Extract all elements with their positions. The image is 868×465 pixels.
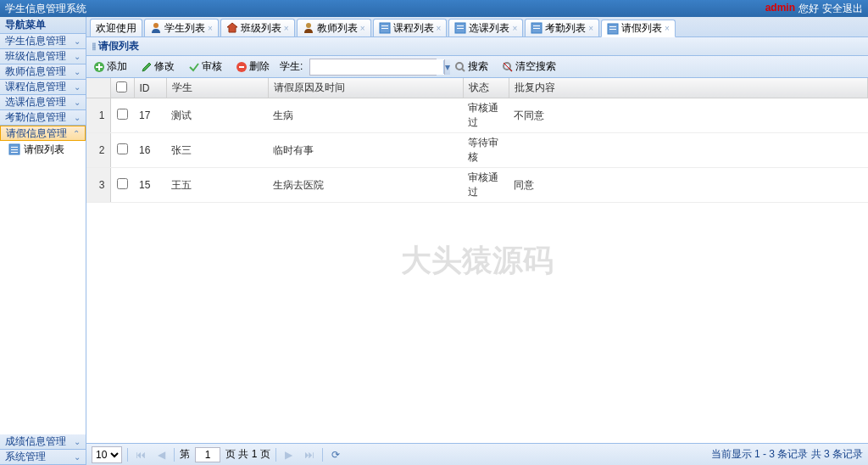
sidebar-item-grades[interactable]: 成绩信息管理⌄ bbox=[0, 434, 86, 450]
svg-rect-13 bbox=[533, 25, 540, 26]
sidebar-item-leave[interactable]: 请假信息管理⌃ bbox=[0, 126, 86, 141]
watermark: 大头猿源码 bbox=[401, 240, 554, 282]
svg-rect-2 bbox=[11, 149, 18, 150]
search-icon bbox=[454, 61, 466, 73]
svg-point-4 bbox=[153, 23, 159, 28]
prev-page-button[interactable]: ◀ bbox=[153, 447, 169, 462]
svg-rect-16 bbox=[609, 26, 616, 27]
column-header-id[interactable]: ID bbox=[134, 78, 166, 98]
list-icon bbox=[454, 22, 466, 34]
column-header-reason[interactable]: 请假原因及时间 bbox=[268, 78, 463, 98]
first-page-button[interactable]: ⏮ bbox=[133, 447, 148, 462]
list-icon bbox=[8, 143, 20, 155]
tabs: 欢迎使用 学生列表× 班级列表× 教师列表× 课程列表× 选课列表× 考勤列表×… bbox=[86, 17, 868, 37]
column-header-status[interactable]: 状态 bbox=[463, 78, 509, 98]
sidebar-item-class[interactable]: 班级信息管理⌄ bbox=[0, 49, 86, 64]
greeting: 您好 bbox=[798, 2, 819, 16]
row-checkbox[interactable] bbox=[117, 109, 128, 120]
tab-classes[interactable]: 班级列表× bbox=[220, 19, 295, 36]
person-icon bbox=[303, 22, 314, 34]
close-icon[interactable]: × bbox=[512, 24, 517, 33]
chevron-down-icon: ⌄ bbox=[74, 98, 81, 107]
tab-teachers[interactable]: 教师列表× bbox=[297, 19, 371, 36]
sidebar-item-student[interactable]: 学生信息管理⌄ bbox=[0, 34, 86, 49]
list-icon bbox=[531, 22, 542, 34]
trash-icon bbox=[236, 61, 248, 73]
dropdown-trigger-icon[interactable]: ▾ bbox=[444, 59, 450, 75]
add-button[interactable]: 添加 bbox=[90, 58, 131, 76]
svg-rect-14 bbox=[533, 28, 540, 29]
student-filter-label: 学生: bbox=[280, 59, 303, 74]
tab-enroll[interactable]: 选课列表× bbox=[448, 19, 523, 36]
pager: 10 ⏮ ◀ 第 页 共 1 页 ▶ ⏭ ⟳ 当前显示 1 - 3 条记录 共 … bbox=[86, 443, 868, 465]
chevron-down-icon: ⌄ bbox=[74, 437, 81, 446]
table-row[interactable]: 1 17 测试 生病 审核通过 不同意 bbox=[86, 98, 868, 133]
clear-search-button[interactable]: 清空搜索 bbox=[498, 58, 559, 76]
table-row[interactable]: 2 16 张三 临时有事 等待审核 bbox=[86, 133, 868, 168]
next-page-button[interactable]: ▶ bbox=[281, 447, 297, 462]
sidebar-item-attendance[interactable]: 考勤信息管理⌄ bbox=[0, 110, 86, 126]
tab-attendance[interactable]: 考勤列表× bbox=[525, 19, 599, 36]
column-header-reply[interactable]: 批复内容 bbox=[509, 78, 868, 98]
panel-title: ⁞⁞ 请假列表 bbox=[86, 37, 868, 56]
separator bbox=[443, 60, 444, 74]
plus-icon bbox=[93, 61, 105, 73]
refresh-button[interactable]: ⟳ bbox=[328, 447, 343, 462]
close-icon[interactable]: × bbox=[284, 24, 289, 33]
svg-point-5 bbox=[306, 23, 311, 28]
pencil-icon bbox=[141, 61, 153, 73]
logout-link[interactable]: 安全退出 bbox=[822, 2, 863, 16]
chevron-down-icon: ⌄ bbox=[74, 82, 81, 92]
grid-header-row: ID 学生 请假原因及时间 状态 批复内容 bbox=[86, 78, 868, 98]
svg-point-20 bbox=[456, 63, 463, 70]
chevron-up-icon: ⌃ bbox=[73, 129, 80, 138]
close-icon[interactable]: × bbox=[588, 24, 593, 33]
sidebar-item-system[interactable]: 系统管理⌄ bbox=[0, 450, 86, 465]
pager-info: 当前显示 1 - 3 条记录 共 3 条记录 bbox=[711, 447, 863, 462]
last-page-button[interactable]: ⏭ bbox=[302, 447, 317, 462]
student-filter-combo[interactable]: ▾ bbox=[309, 59, 437, 76]
sidebar-item-enroll[interactable]: 选课信息管理⌄ bbox=[0, 95, 86, 110]
select-all-checkbox[interactable] bbox=[116, 81, 127, 92]
chevron-down-icon: ⌄ bbox=[74, 52, 81, 61]
table-row[interactable]: 3 15 王五 生病去医院 审核通过 同意 bbox=[86, 168, 868, 203]
sidebar-item-course[interactable]: 课程信息管理⌄ bbox=[0, 80, 86, 95]
student-filter-input[interactable] bbox=[310, 59, 444, 75]
toolbar: 添加 修改 审核 删除 学生: ▾ 搜索 清空搜索 bbox=[86, 56, 868, 78]
sidebar-item-teacher[interactable]: 教师信息管理⌄ bbox=[0, 64, 86, 80]
svg-rect-7 bbox=[381, 25, 388, 26]
clear-icon bbox=[502, 61, 514, 73]
close-icon[interactable]: × bbox=[437, 24, 442, 33]
person-icon bbox=[150, 22, 162, 34]
svg-rect-3 bbox=[11, 152, 18, 153]
close-icon[interactable]: × bbox=[665, 24, 670, 33]
chevron-down-icon: ⌄ bbox=[74, 67, 81, 76]
chevron-down-icon: ⌄ bbox=[74, 452, 81, 462]
chevron-down-icon: ⌄ bbox=[74, 113, 81, 122]
current-page-input[interactable] bbox=[195, 447, 220, 462]
close-icon[interactable]: × bbox=[208, 24, 213, 33]
row-checkbox[interactable] bbox=[117, 178, 128, 189]
svg-rect-8 bbox=[381, 28, 388, 29]
column-header-student[interactable]: 学生 bbox=[166, 78, 268, 98]
user-name: admin bbox=[765, 2, 795, 16]
search-button[interactable]: 搜索 bbox=[451, 58, 492, 76]
row-checkbox[interactable] bbox=[117, 143, 128, 154]
tab-students[interactable]: 学生列表× bbox=[144, 19, 219, 36]
app-header: 学生信息管理系统 admin 您好 安全退出 bbox=[0, 0, 868, 17]
check-icon bbox=[188, 61, 200, 73]
list-icon bbox=[607, 23, 619, 35]
close-icon[interactable]: × bbox=[360, 24, 365, 33]
svg-rect-1 bbox=[11, 147, 18, 148]
review-button[interactable]: 审核 bbox=[185, 58, 225, 76]
tab-welcome[interactable]: 欢迎使用 bbox=[90, 19, 142, 36]
tab-courses[interactable]: 课程列表× bbox=[373, 19, 448, 36]
sidebar-sub-leave-list[interactable]: 请假列表 bbox=[0, 141, 86, 158]
app-title: 学生信息管理系统 bbox=[5, 2, 86, 16]
page-size-select[interactable]: 10 bbox=[92, 446, 122, 463]
grip-icon: ⁞⁞ bbox=[92, 41, 95, 53]
tab-leave[interactable]: 请假列表× bbox=[601, 20, 676, 37]
data-grid: ID 学生 请假原因及时间 状态 批复内容 1 17 测试 生病 审核通过 不同… bbox=[86, 78, 868, 443]
delete-button[interactable]: 删除 bbox=[232, 58, 273, 76]
edit-button[interactable]: 修改 bbox=[137, 58, 178, 76]
